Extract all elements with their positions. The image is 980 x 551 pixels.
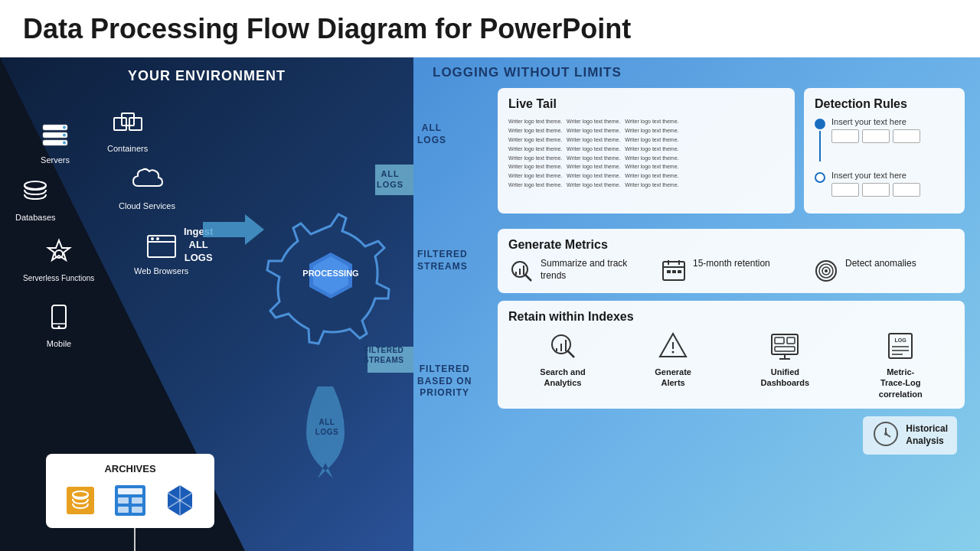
all-logs-top-arrow: ALLLOGS xyxy=(368,149,413,214)
env-item-web: Web Browsers xyxy=(134,230,188,276)
det-box-2b xyxy=(862,183,890,197)
right-content: Live Tail Writer logo text theme. Writer… xyxy=(429,88,965,455)
detection-item1-label: Insert your text here xyxy=(831,117,920,126)
detection-dot-1 xyxy=(815,119,825,129)
detection-item-2: Insert your text here xyxy=(815,171,954,197)
calendar-icon xyxy=(661,258,687,284)
svg-point-3 xyxy=(63,126,66,129)
metric-anomaly: Detect anomalies xyxy=(813,258,954,284)
left-header: YOUR ENVIRONMENT xyxy=(0,57,413,95)
svg-rect-16 xyxy=(52,305,66,328)
historical-row: Historical Analysis xyxy=(498,416,965,455)
svg-rect-8 xyxy=(129,118,142,130)
metric-anomaly-label: Detect anomalies xyxy=(845,258,916,270)
retain-correlation: LOG Metric- Trace-Log correlation xyxy=(879,330,923,399)
mobile-label: Mobile xyxy=(47,339,71,348)
servers-icon xyxy=(38,119,72,152)
svg-rect-7 xyxy=(122,113,134,126)
detection-item2-label: Insert your text here xyxy=(831,171,920,180)
svg-line-54 xyxy=(567,350,574,357)
alerts-label: Generate Alerts xyxy=(655,367,691,389)
svg-text:LOG: LOG xyxy=(895,337,907,343)
servers-label: Servers xyxy=(41,155,70,165)
serverless-icon xyxy=(42,237,76,271)
containers-icon xyxy=(111,107,145,141)
historical-item: Historical Analysis xyxy=(863,416,957,455)
detection-boxes-2 xyxy=(831,183,920,197)
svg-point-15 xyxy=(156,237,159,240)
archives-box: ARCHIVES xyxy=(46,454,214,528)
top-cards-row: Live Tail Writer logo text theme. Writer… xyxy=(498,88,965,221)
flow-filtered-priority: FILTEREDBASED ONPRIORITY xyxy=(417,364,472,399)
retain-row: Search and Analytics Generate Alerts xyxy=(508,330,954,399)
left-panel: YOUR ENVIRONMENT Servers Containers xyxy=(0,57,413,551)
svg-rect-6 xyxy=(114,118,126,130)
svg-point-11 xyxy=(55,250,63,258)
svg-point-14 xyxy=(151,237,154,240)
dashboard-icon xyxy=(769,330,801,362)
archive-db-icon xyxy=(62,482,99,519)
retain-alerts: Generate Alerts xyxy=(655,330,691,399)
svg-rect-62 xyxy=(775,337,784,344)
detection-boxes-1 xyxy=(831,129,920,143)
svg-rect-30 xyxy=(132,497,142,504)
svg-rect-48 xyxy=(678,270,681,273)
env-item-mobile: Mobile xyxy=(42,302,76,348)
svg-point-52 xyxy=(825,269,828,272)
detection-item-1: Insert your text here xyxy=(815,117,954,163)
databases-icon xyxy=(18,176,52,210)
log-icon: LOG xyxy=(884,330,916,362)
live-tail-card: Live Tail Writer logo text theme. Writer… xyxy=(498,88,795,214)
alert-icon xyxy=(657,330,689,362)
det-box-2a xyxy=(831,183,859,197)
page-title: Data Processing Flow Diagram for PowerPo… xyxy=(23,13,631,45)
svg-point-60 xyxy=(672,351,675,354)
ingest-arrow xyxy=(203,210,264,252)
svg-marker-19 xyxy=(203,214,264,245)
live-tail-content: Writer logo text theme. Writer logo text… xyxy=(508,117,784,190)
archive-table-icon xyxy=(112,482,149,519)
archives-icons xyxy=(55,482,205,519)
retain-search-analytics: Search and Analytics xyxy=(540,330,585,399)
det-box-1b xyxy=(862,129,890,143)
svg-rect-32 xyxy=(132,507,142,513)
live-tail-text: Writer logo text theme. Writer logo text… xyxy=(508,117,784,190)
det-box-2c xyxy=(893,183,920,197)
detection-vline xyxy=(819,131,821,161)
svg-point-9 xyxy=(24,181,46,189)
title-bar: Data Processing Flow Diagram for PowerPo… xyxy=(0,0,980,57)
metrics-row: Summarize and track trends xyxy=(508,258,954,284)
det-box-1c xyxy=(893,129,920,143)
svg-point-75 xyxy=(884,432,887,435)
svg-text:PROCESSING: PROCESSING xyxy=(302,269,358,278)
web-browser-icon xyxy=(145,230,178,263)
metrics-title: Generate Metrics xyxy=(508,238,954,252)
archives-vline xyxy=(134,528,136,551)
mobile-icon xyxy=(42,302,76,336)
detection-rules-card: Detection Rules Insert your text here xyxy=(804,88,965,214)
metric-summarize-label: Summarize and track trends xyxy=(541,258,649,282)
right-header: LOGGING WITHOUT LIMITS xyxy=(429,65,965,80)
metric-retention-label: 15-month retention xyxy=(693,258,770,270)
svg-rect-47 xyxy=(672,270,676,273)
env-item-cloud: Cloud Services xyxy=(119,165,175,210)
anomaly-icon xyxy=(813,258,839,284)
main-layout: YOUR ENVIRONMENT Servers Containers xyxy=(0,57,980,551)
flow-all-logs: ALLLOGS xyxy=(417,122,446,146)
archives-title: ARCHIVES xyxy=(55,463,205,474)
retain-title: Retain within Indexes xyxy=(508,310,954,324)
det-box-1a xyxy=(831,129,859,143)
cloud-label: Cloud Services xyxy=(119,201,175,210)
containers-label: Containers xyxy=(107,144,148,153)
web-label: Web Browsers xyxy=(134,266,188,276)
svg-rect-64 xyxy=(775,347,795,351)
clock-icon xyxy=(872,420,900,451)
env-item-serverless: Serverless Functions xyxy=(23,237,94,282)
all-logs-down-arrow: ALLLOGS xyxy=(302,386,348,481)
env-item-containers: Containers xyxy=(107,107,148,153)
retain-indexes-card: Retain within Indexes xyxy=(498,301,965,409)
svg-line-38 xyxy=(525,275,531,281)
metric-summarize: Summarize and track trends xyxy=(508,258,649,284)
search-chart-icon xyxy=(508,258,534,284)
correlation-label: Metric- Trace-Log correlation xyxy=(879,367,923,399)
